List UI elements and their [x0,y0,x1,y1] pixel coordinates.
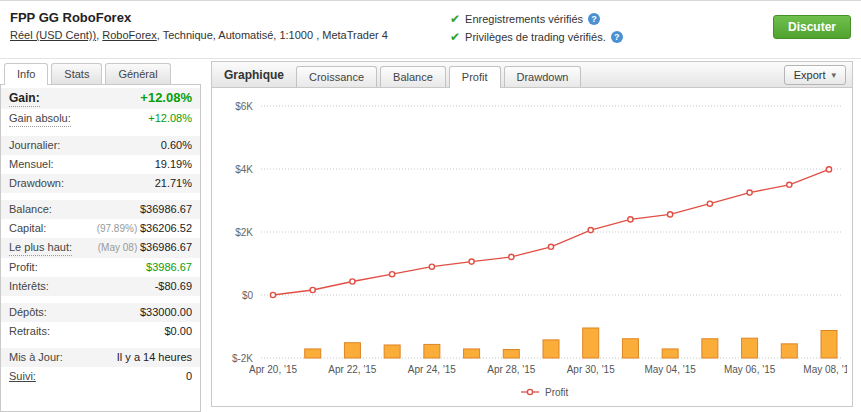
stat-value-mis-a-jour: Il y a 14 heures [117,350,192,365]
stat-row-mensuel: Mensuel:19.19% [1,155,200,174]
tab-drawdown[interactable]: Drawdown [504,66,582,87]
stat-row-le-plus-haut: Le plus haut:(May 08) $36986.67 [1,238,200,258]
stat-group-separator [1,341,200,348]
tab-profit[interactable]: Profit [449,66,501,88]
stat-row-retraits: Retraits:$0.00 [1,322,200,341]
badge-trading-privileges-label: Privilèges de trading vérifiés. [465,31,606,43]
broker-link[interactable]: RoboForex [102,29,156,41]
svg-text:Profit: Profit [545,387,569,398]
account-title: FPP GG RoboForex [10,10,450,25]
stat-label-journalier: Journalier: [9,138,60,153]
stat-value-journalier: 0.60% [161,138,192,153]
header: FPP GG RoboForex Réel (USD Cent)), RoboF… [0,1,861,59]
export-button[interactable]: Export ▾ [784,65,846,85]
stat-value-le-plus-haut: (May 08) $36986.67 [98,240,192,255]
stat-label-interets: Intérêts: [9,279,49,294]
stat-value-interets: -$80.69 [155,279,192,294]
sidebar-rows: Gain:+12.08%Gain absolu:+12.08%Journalie… [0,84,201,412]
tab-info[interactable]: Info [4,63,48,85]
stat-value-profit: $3986.67 [146,260,192,275]
svg-text:$-2K: $-2K [232,353,253,364]
stat-group-separator [1,193,200,200]
stat-group-separator [1,129,200,136]
stat-row-drawdown: Drawdown:21.71% [1,174,200,193]
page: FPP GG RoboForex Réel (USD Cent)), RoboF… [0,0,861,412]
sidebar-tabs: Info Stats Général [0,61,201,84]
chart-tabbar: Graphique Croissance Balance Profit Draw… [211,61,853,88]
check-icon: ✔ [450,30,460,44]
stat-row-profit: Profit:$3986.67 [1,258,200,277]
tab-general[interactable]: Général [105,63,170,84]
stat-label-depots: Dépôts: [9,305,47,320]
caret-down-icon: ▾ [831,70,836,80]
account-type-link[interactable]: Réel (USD Cent)) [10,29,96,41]
svg-text:$0: $0 [242,290,254,301]
stat-value-retraits: $0.00 [164,324,192,339]
svg-text:$4K: $4K [235,164,253,175]
svg-text:Apr 28, '15: Apr 28, '15 [487,364,535,375]
stat-label-retraits: Retraits: [9,324,50,339]
stat-label-capital: Capital: [9,221,46,236]
stat-row-journalier: Journalier:0.60% [1,136,200,155]
export-label: Export [794,69,826,81]
stat-value-depots: $33000.00 [140,305,192,320]
stat-row-gain: Gain:+12.08% [1,88,200,109]
stat-label-drawdown: Drawdown: [9,176,64,191]
stat-label-gain-absolu: Gain absolu: [9,111,71,127]
svg-text:Apr 22, '15: Apr 22, '15 [328,364,376,375]
stat-row-mis-a-jour: Mis à Jour:Il y a 14 heures [1,348,200,367]
svg-text:May 04, '15: May 04, '15 [644,364,696,375]
stat-value-gain-absolu: +12.08% [148,111,192,126]
badge-trading-privileges: ✔ Privilèges de trading vérifiés. ? [450,30,623,44]
tab-balance[interactable]: Balance [380,66,446,87]
tab-croissance[interactable]: Croissance [296,66,377,87]
stat-row-depots: Dépôts:$33000.00 [1,303,200,322]
badge-track-record: ✔ Enregistrements vérifiés ? [450,12,623,26]
svg-text:Apr 20, '15: Apr 20, '15 [249,364,297,375]
svg-text:$2K: $2K [235,227,253,238]
stat-row-balance: Balance:$36986.67 [1,200,200,219]
svg-text:Apr 24, '15: Apr 24, '15 [408,364,456,375]
stat-label-mis-a-jour: Mis à Jour: [9,350,63,365]
svg-text:$6K: $6K [235,101,253,112]
stat-label-gain: Gain: [9,91,40,107]
stat-label-profit: Profit: [9,260,38,275]
svg-text:May 08, '15: May 08, '15 [803,364,847,375]
stat-value-capital: (97.89%) $36206.52 [97,221,192,236]
stat-group-separator [1,296,200,303]
svg-text:Apr 30, '15: Apr 30, '15 [567,364,615,375]
stat-value-suivi: 0 [186,369,192,384]
account-info: FPP GG RoboForex Réel (USD Cent)), RoboF… [10,10,450,58]
help-icon[interactable]: ? [611,31,623,43]
badge-track-record-label: Enregistrements vérifiés [465,13,583,25]
stat-label-le-plus-haut: Le plus haut: [9,240,72,256]
sidebar: Info Stats Général Gain:+12.08%Gain abso… [0,61,201,412]
svg-text:May 06, '15: May 06, '15 [724,364,776,375]
stat-row-gain-absolu: Gain absolu:+12.08% [1,109,200,129]
help-icon[interactable]: ? [588,13,600,25]
stat-value-balance: $36986.67 [140,202,192,217]
profit-chart: $6K$4K$2K$0$-2KApr 20, '15Apr 22, '15Apr… [215,92,847,404]
discuss-button[interactable]: Discuter [773,15,851,39]
stat-label-balance: Balance: [9,202,52,217]
stat-row-capital: Capital:(97.89%) $36206.52 [1,219,200,238]
stat-value-drawdown: 21.71% [155,176,192,191]
section-label-graphique: Graphique [212,68,296,82]
stat-label-suivi[interactable]: Suivi: [9,369,36,384]
tab-stats[interactable]: Stats [51,63,102,84]
subtitle-rest: , Technique, Automatisé, 1:1000 , MetaTr… [157,29,388,41]
chart-panel: Graphique Croissance Balance Profit Draw… [211,61,853,407]
stat-row-suivi: Suivi:0 [1,367,200,386]
check-icon: ✔ [450,12,460,26]
verification-badges: ✔ Enregistrements vérifiés ? ✔ Privilège… [450,12,623,58]
chart-area: $6K$4K$2K$0$-2KApr 20, '15Apr 22, '15Apr… [211,88,853,407]
stat-value-gain: +12.08% [140,90,192,105]
stat-row-interets: Intérêts:-$80.69 [1,277,200,296]
stat-label-mensuel: Mensuel: [9,157,54,172]
stat-value-mensuel: 19.19% [155,157,192,172]
account-subtitle: Réel (USD Cent)), RoboForex, Technique, … [10,29,450,41]
